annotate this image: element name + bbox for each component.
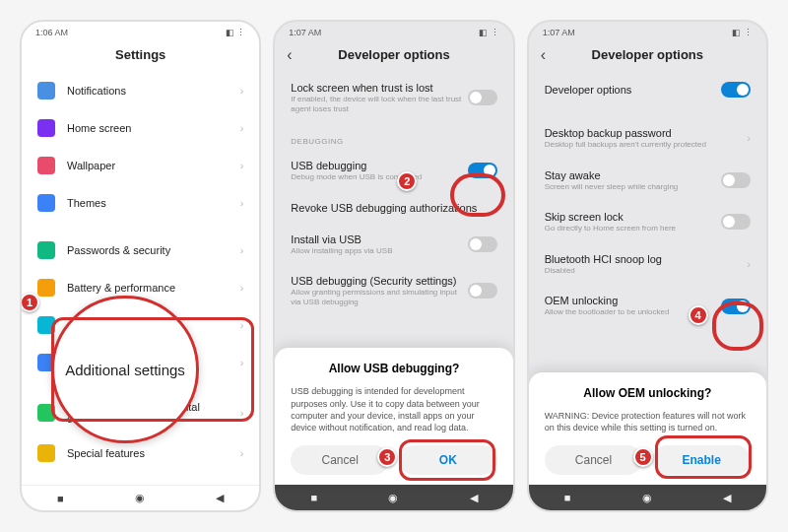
settings-row[interactable]: Notifications›: [35, 72, 245, 109]
step-marker-1: 1: [20, 293, 39, 312]
row-label: Special features: [67, 447, 240, 459]
phone-settings: 1:06 AM ◧ ⋮ Settings Notifications›Home …: [20, 20, 261, 512]
page-title: Developer options: [338, 47, 449, 62]
dialog-body: WARNING: Device protection features will…: [545, 410, 751, 433]
row-label: Themes: [67, 197, 240, 209]
nav-home-icon[interactable]: ◉: [135, 492, 145, 504]
status-bar: 1:07 AM ◧ ⋮: [529, 22, 766, 39]
header: ‹ Developer options: [275, 39, 512, 72]
chevron-right-icon: ›: [240, 197, 244, 209]
back-icon[interactable]: ‹: [287, 46, 292, 64]
toggle-skip-lock[interactable]: [721, 214, 751, 230]
magnifier-additional-settings: Additional settings: [51, 296, 199, 443]
row-stay-awake[interactable]: Stay awakeScreen will never sleep while …: [543, 160, 753, 202]
toggle-usb-sec[interactable]: [468, 283, 497, 299]
row-icon: [37, 316, 55, 334]
nav-bar: ■ ◉ ◀: [22, 485, 259, 510]
row-oem-unlocking[interactable]: OEM unlockingAllow the bootloader to be …: [543, 285, 753, 327]
row-icon: [37, 194, 55, 212]
toggle-lock[interactable]: [468, 90, 497, 105]
chevron-right-icon: ›: [240, 85, 244, 97]
chevron-right-icon: ›: [240, 357, 244, 368]
status-icons: ◧ ⋮: [732, 28, 753, 37]
settings-row[interactable]: Passwords & security›: [35, 232, 245, 269]
row-icon: [37, 241, 55, 259]
dialog-title: Allow USB debugging?: [291, 362, 496, 375]
back-icon[interactable]: ‹: [541, 46, 546, 64]
phone-developer-usb: 1:07 AM ◧ ⋮ ‹ Developer options Lock scr…: [273, 20, 514, 512]
row-icon: [37, 444, 55, 462]
ok-button[interactable]: OK: [399, 445, 497, 475]
nav-back-icon[interactable]: ◀: [216, 492, 224, 504]
row-label: Passwords & security: [67, 244, 240, 256]
chevron-right-icon: ›: [240, 160, 244, 171]
chevron-right-icon: ›: [747, 132, 751, 144]
row-icon: [37, 82, 55, 100]
chevron-right-icon: ›: [240, 447, 244, 459]
status-time: 1:06 AM: [35, 28, 68, 37]
status-time: 1:07 AM: [543, 28, 575, 37]
row-usb-debugging[interactable]: USB debuggingDebug mode when USB is conn…: [289, 150, 498, 192]
toggle-usb-debugging[interactable]: [468, 163, 497, 178]
phone-developer-oem: 1:07 AM ◧ ⋮ ‹ Developer options Develope…: [527, 20, 768, 512]
toggle-dev-options[interactable]: [721, 82, 751, 98]
step-marker-4: 4: [689, 305, 708, 325]
toggle-oem-unlocking[interactable]: [721, 299, 751, 314]
page-title: Developer options: [592, 47, 703, 62]
header: ‹ Developer options: [529, 39, 766, 72]
status-bar: 1:06 AM ◧ ⋮: [22, 22, 259, 39]
row-icon: [37, 279, 55, 297]
chevron-right-icon: ›: [747, 258, 751, 270]
dialog-usb-debugging: Allow USB debugging? USB debugging is in…: [275, 348, 512, 485]
row-icon: [37, 119, 55, 137]
page-title: Settings: [115, 47, 165, 62]
enable-button[interactable]: Enable: [652, 445, 751, 475]
settings-row[interactable]: Home screen›: [35, 109, 245, 147]
row-label: Notifications: [67, 85, 240, 97]
nav-home-icon[interactable]: ◉: [388, 492, 398, 504]
row-label: Home screen: [67, 122, 240, 134]
row-install-usb[interactable]: Install via USBAllow installing apps via…: [289, 224, 498, 266]
nav-home-icon[interactable]: ◉: [642, 492, 652, 504]
nav-recent-icon[interactable]: ■: [57, 493, 64, 504]
toggle-install[interactable]: [468, 236, 497, 252]
nav-bar: ■ ◉ ◀: [529, 485, 766, 510]
row-bluetooth-hci[interactable]: Bluetooth HCI snoop logDisabled ›: [543, 243, 753, 286]
chevron-right-icon: ›: [240, 282, 244, 294]
row-label: Battery & performance: [67, 282, 240, 294]
row-usb-security[interactable]: USB debugging (Security settings)Allow g…: [289, 265, 498, 316]
row-skip-lock[interactable]: Skip screen lockGo directly to Home scre…: [543, 201, 753, 243]
row-icon: [37, 157, 55, 174]
chevron-right-icon: ›: [240, 122, 244, 134]
dialog-title: Allow OEM unlocking?: [545, 386, 751, 400]
status-bar: 1:07 AM ◧ ⋮: [275, 22, 512, 39]
settings-row[interactable]: Themes›: [35, 184, 245, 222]
status-icons: ◧ ⋮: [479, 28, 499, 37]
nav-recent-icon[interactable]: ■: [310, 492, 317, 503]
chevron-right-icon: ›: [240, 407, 244, 419]
cancel-button[interactable]: Cancel: [545, 445, 643, 475]
row-label: Wallpaper: [67, 160, 240, 171]
toggle-stay-awake[interactable]: [721, 172, 751, 188]
section-debugging: DEBUGGING: [289, 123, 498, 150]
step-marker-5: 5: [633, 447, 653, 467]
status-time: 1:07 AM: [289, 28, 321, 37]
nav-back-icon[interactable]: ◀: [723, 492, 731, 504]
nav-bar: ■ ◉ ◀: [275, 485, 512, 510]
row-desktop-backup[interactable]: Desktop backup passwordDesktop full back…: [543, 117, 753, 160]
row-icon: [37, 404, 55, 422]
row-developer-options[interactable]: Developer options: [543, 72, 753, 107]
chevron-right-icon: ›: [240, 319, 244, 331]
nav-recent-icon[interactable]: ■: [564, 492, 571, 503]
header: Settings: [22, 39, 259, 72]
settings-row[interactable]: Wallpaper›: [35, 147, 245, 184]
dialog-body: USB debugging is intended for developmen…: [291, 385, 496, 433]
row-revoke[interactable]: Revoke USB debugging authorizations: [289, 192, 498, 224]
dialog-oem-unlocking: Allow OEM unlocking? WARNING: Device pro…: [529, 372, 766, 485]
chevron-right-icon: ›: [240, 244, 244, 256]
cancel-button[interactable]: Cancel: [291, 445, 389, 475]
row-lock-screen[interactable]: Lock screen when trust is lostIf enabled…: [289, 72, 498, 123]
status-icons: ◧ ⋮: [226, 28, 246, 37]
nav-back-icon[interactable]: ◀: [470, 492, 478, 504]
